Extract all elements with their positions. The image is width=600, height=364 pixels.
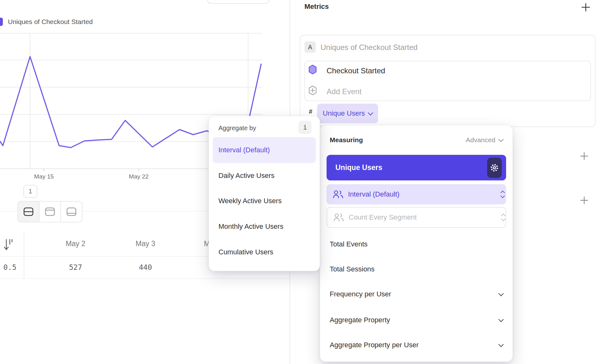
x-axis-tick-label: May 22 <box>120 173 158 180</box>
interval-selector[interactable]: Interval (Default) <box>327 184 506 204</box>
bottom-panel-icon <box>66 207 77 216</box>
chart-legend-item[interactable]: Uniques of Checkout Started <box>0 18 93 26</box>
chevron-down-icon <box>499 291 504 296</box>
chevron-down-icon <box>499 317 504 322</box>
option-label: Total Events <box>330 240 368 248</box>
metric-letter-badge: A <box>304 41 316 53</box>
hash-symbol: # <box>309 108 312 115</box>
event-name[interactable]: Checkout Started <box>327 66 385 75</box>
measuring-option-aggregate-property-per-user[interactable]: Aggregate Property per User <box>330 336 503 355</box>
aggregate-option-label: Interval (Default) <box>218 146 270 154</box>
table-cell[interactable]: 440 <box>120 263 171 271</box>
aggregate-option-cumulative-users[interactable]: Cumulative Users <box>218 248 273 256</box>
gear-icon <box>490 163 499 172</box>
top-panel-icon <box>45 207 55 216</box>
layout-split-rows-button[interactable] <box>18 202 39 222</box>
users-icon <box>333 190 344 199</box>
unique-users-label: Unique Users <box>327 163 382 172</box>
measuring-option-total-events[interactable]: Total Events <box>330 235 503 254</box>
chevron-down-icon <box>368 110 373 116</box>
measuring-popover: Measuring Advanced Unique Users <box>320 125 513 362</box>
measuring-option-total-sessions[interactable]: Total Sessions <box>330 260 503 279</box>
measuring-option-unique-users[interactable]: Unique Users <box>327 155 506 180</box>
add-row-button[interactable] <box>580 196 589 205</box>
chevron-down-icon <box>499 342 504 347</box>
table-column-divider <box>24 231 24 278</box>
x-axis-tick-label: May 15 <box>25 173 63 180</box>
sort-icon[interactable] <box>4 238 13 252</box>
measuring-option-frequency-per-user[interactable]: Frequency per User <box>330 285 503 304</box>
count-every-segment-label: Count Every Segment <box>349 213 417 221</box>
aggregate-option-weekly-active-users[interactable]: Weekly Active Users <box>218 197 282 205</box>
split-rows-icon <box>23 207 34 216</box>
insights-canvas: Uniques of Checkout Started May 15 May 2… <box>0 0 600 364</box>
aggregate-option-interval[interactable]: Interval (Default) <box>213 137 316 163</box>
measuring-title: Measuring <box>330 136 363 144</box>
option-label: Aggregate Property <box>330 316 390 324</box>
info-button[interactable]: i <box>298 121 312 134</box>
advanced-label: Advanced <box>466 136 495 144</box>
table-header-cell[interactable]: May 3 <box>120 240 171 248</box>
toolbar-button-partial[interactable] <box>207 0 269 4</box>
table-row-border <box>0 278 290 279</box>
layout-toolbar <box>17 201 83 222</box>
interval-label: Interval (Default) <box>348 190 400 198</box>
series-page-chip[interactable]: 1 <box>23 185 37 198</box>
add-event-icon <box>308 85 317 95</box>
aggregate-by-title: Aggregate by <box>218 124 256 132</box>
add-metric-button[interactable] <box>581 3 591 12</box>
table-row-label: 0.5 <box>0 263 16 271</box>
metric-title[interactable]: Uniques of Checkout Started <box>321 43 418 52</box>
add-event-button[interactable]: Add Event <box>327 87 362 96</box>
add-row-button[interactable] <box>580 152 589 161</box>
table-cell[interactable]: 527 <box>50 263 101 271</box>
aggregate-option-monthly-active-users[interactable]: Monthly Active Users <box>218 222 283 231</box>
settings-button[interactable] <box>487 158 502 178</box>
aggregate-by-popover: Aggregate by i Interval (Default) Daily … <box>209 116 320 271</box>
chevron-down-icon <box>499 137 504 142</box>
advanced-toggle[interactable]: Advanced <box>466 136 503 144</box>
layout-bottom-panel-button[interactable] <box>60 202 82 222</box>
option-label: Total Sessions <box>330 265 375 273</box>
legend-swatch-icon <box>0 18 3 26</box>
count-every-segment-selector[interactable]: Count Every Segment <box>327 207 506 228</box>
option-label: Frequency per User <box>330 290 391 298</box>
table-header-cell[interactable]: May 2 <box>50 240 101 248</box>
users-icon <box>334 213 344 222</box>
aggregate-option-daily-active-users[interactable]: Daily Active Users <box>218 172 274 180</box>
measuring-option-aggregate-property[interactable]: Aggregate Property <box>330 311 503 330</box>
event-hexagon-icon <box>308 64 317 75</box>
chevrons-updown-icon <box>501 190 504 197</box>
chevrons-updown-icon <box>502 213 505 221</box>
metrics-panel-title: Metrics <box>304 3 329 11</box>
measurement-chip[interactable]: Unique Users <box>317 104 378 123</box>
info-icon: i <box>303 124 307 131</box>
measurement-chip-label: Unique Users <box>323 109 365 118</box>
option-label: Aggregate Property per User <box>330 341 419 349</box>
layout-top-panel-button[interactable] <box>39 202 60 222</box>
legend-label: Uniques of Checkout Started <box>8 18 93 26</box>
